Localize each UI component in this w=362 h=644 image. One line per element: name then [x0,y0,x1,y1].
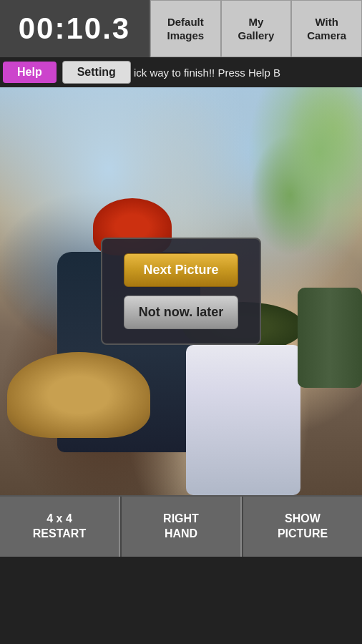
right-hand-button[interactable]: RIGHT HAND [120,497,242,557]
bottom-bar: 4 x 4 RESTART RIGHT HAND SHOW PICTURE [0,495,362,557]
default-images-button[interactable]: Default Images [150,0,221,57]
my-gallery-button[interactable]: My Gallery [221,0,292,57]
show-picture-button[interactable]: SHOW PICTURE [242,497,362,557]
dialog-box: Next Picture Not now. later [101,238,261,345]
help-button[interactable]: Help [3,62,57,83]
next-picture-button[interactable]: Next Picture [124,253,238,287]
top-bar: 00:10.3 Default Images My Gallery With C… [0,0,362,57]
dialog-overlay: Next Picture Not now. later [0,87,362,495]
nav-bar: Help Setting ick way to finish!! Press H… [0,57,362,87]
not-now-button[interactable]: Not now. later [124,296,238,329]
timer-display: 00:10.3 [19,11,130,46]
marquee-text: ick way to finish!! Press Help B [134,67,362,79]
with-camera-button[interactable]: With Camera [291,0,362,57]
main-image-area: Next Picture Not now. later [0,87,362,495]
timer-section: 00:10.3 [0,0,150,57]
restart-button[interactable]: 4 x 4 RESTART [0,497,120,557]
top-buttons: Default Images My Gallery With Camera [150,0,362,57]
setting-button[interactable]: Setting [62,61,131,84]
